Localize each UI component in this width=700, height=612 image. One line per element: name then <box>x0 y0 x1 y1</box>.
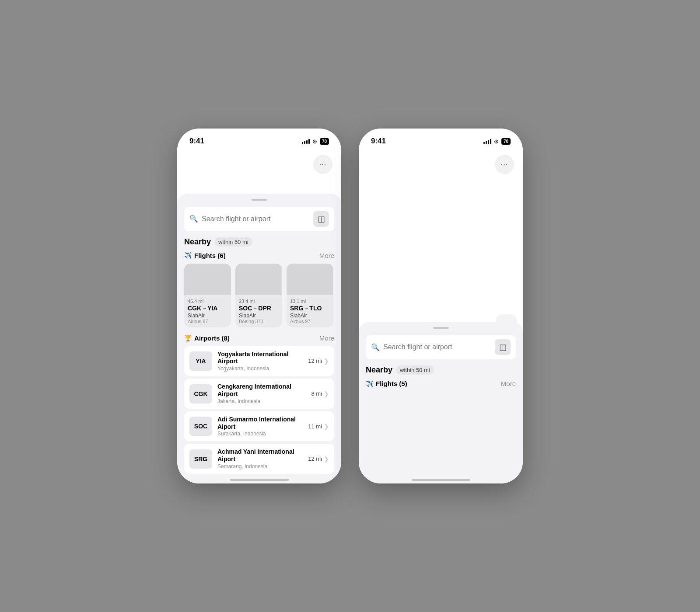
flights-section-header-2: ✈️ Flights (5) More <box>366 380 516 387</box>
flight-card-0[interactable]: 45.4 mi CGK → YIA SlabAir Airbus 97 <box>184 264 231 327</box>
bottom-sheet-2: 🔍 ◫ Nearby within 50 mi ✈️ Flights (5) M… <box>359 322 523 483</box>
airport-city-2: Surakarta, Indonesia <box>217 431 303 437</box>
airport-item-3[interactable]: SRG Achmad Yani International Aiport Sem… <box>184 444 334 474</box>
chevron-icon-3: ❯ <box>324 456 329 462</box>
airport-item-0[interactable]: YIA Yogyakarta International Airport Yog… <box>184 346 334 376</box>
airport-distance-0: 12 mi ❯ <box>308 358 329 365</box>
bottom-sheet-1: 🔍 ◫ Nearby within 50 mi ✈️ Flights (6) M… <box>177 194 341 483</box>
flights-more-btn-2[interactable]: More <box>501 380 516 387</box>
flight-distance-2: 13.1 mi <box>290 299 330 304</box>
qr-button-2[interactable]: ◫ <box>495 339 511 355</box>
search-input-2[interactable] <box>383 343 491 351</box>
chevron-icon-0: ❯ <box>324 358 329 365</box>
map-area-2[interactable] <box>359 148 523 340</box>
flight-card-img-2 <box>287 264 333 295</box>
chevron-icon-2: ❯ <box>324 423 329 430</box>
flight-airline-0: SlabAir <box>188 313 228 319</box>
airport-name-1: Cengkareng International Airport <box>217 383 306 398</box>
flight-route-0: CGK → YIA <box>188 305 228 312</box>
signal-icon-2 <box>483 139 491 144</box>
qr-button-1[interactable]: ◫ <box>313 211 329 227</box>
airport-city-0: Yogyakarta, Indonesia <box>217 365 303 372</box>
plane-icon-1: ✈️ <box>184 252 192 259</box>
airports-section-header-1: 🏆 Airports (8) More <box>184 334 334 342</box>
sheet-handle-1 <box>252 199 267 201</box>
airport-icon-1: 🏆 <box>184 334 192 341</box>
flight-distance-0: 45.4 mi <box>188 299 228 304</box>
flights-section-header-1: ✈️ Flights (6) More <box>184 252 334 259</box>
flight-card-2[interactable]: 13.1 mi SRG → TLO SlabAir Airbus 97 <box>287 264 333 327</box>
airports-section-1: 🏆 Airports (8) More YIA Yogyakarta Inter… <box>184 334 334 474</box>
phone-screen-2: 9:41 ⊛ 70 ··· ▶ ☁ <box>359 129 523 483</box>
airport-city-3: Semarang, Indonesia <box>217 463 303 469</box>
airport-name-0: Yogyakarta International Airport <box>217 351 303 365</box>
flight-route-1: SOC → DPR <box>239 305 279 312</box>
home-indicator-1 <box>230 479 289 481</box>
battery-2: 70 <box>501 138 511 145</box>
search-bar-1[interactable]: 🔍 ◫ <box>184 207 334 231</box>
flight-airline-2: SlabAir <box>290 313 330 319</box>
airports-title-1: 🏆 Airports (8) <box>184 334 230 342</box>
airports-more-btn-1[interactable]: More <box>319 334 334 342</box>
flight-card-1[interactable]: 23.4 mi SOC → DPR SlabAir Boeing 373 <box>235 264 282 327</box>
phone-screen-1: 9:41 ⊛ 70 ··· 🔍 <box>177 129 341 483</box>
flight-aircraft-1: Boeing 373 <box>239 319 279 324</box>
flight-airline-1: SlabAir <box>239 313 279 319</box>
flight-card-img-0 <box>184 264 231 295</box>
search-bar-2[interactable]: 🔍 ◫ <box>366 335 516 359</box>
plane-icon-2: ✈️ <box>366 380 373 387</box>
airport-distance-2: 11 mi ❯ <box>308 423 329 430</box>
chevron-icon-1: ❯ <box>324 390 329 397</box>
status-bar-1: 9:41 ⊛ 70 <box>177 129 341 148</box>
nearby-badge-1: within 50 mi <box>214 237 252 247</box>
search-icon-2: 🔍 <box>371 343 380 351</box>
nearby-header-2: Nearby within 50 mi <box>366 365 516 375</box>
status-time-1: 9:41 <box>189 137 204 146</box>
flights-title-2: ✈️ Flights (5) <box>366 380 407 387</box>
airport-code-0: YIA <box>189 351 212 371</box>
status-time-2: 9:41 <box>371 137 386 146</box>
flight-aircraft-2: Airbus 97 <box>290 319 330 324</box>
status-icons-2: ⊛ 70 <box>483 138 511 145</box>
status-bar-2: 9:41 ⊛ 70 <box>359 129 523 148</box>
airport-code-2: SOC <box>189 417 212 436</box>
wifi-icon-1: ⊛ <box>312 138 317 145</box>
airport-distance-1: 8 mi ❯ <box>311 390 329 397</box>
flight-cards-1: 45.4 mi CGK → YIA SlabAir Airbus 97 23.4… <box>184 264 334 327</box>
qr-icon-2: ◫ <box>499 342 507 352</box>
wifi-icon-2: ⊛ <box>494 138 499 145</box>
airport-code-3: SRG <box>189 449 212 469</box>
airport-item-2[interactable]: SOC Adi Sumarmo International Aiport Sur… <box>184 411 334 442</box>
airport-name-2: Adi Sumarmo International Aiport <box>217 416 303 431</box>
flight-distance-1: 23.4 mi <box>239 299 279 304</box>
qr-icon-1: ◫ <box>318 214 325 224</box>
status-icons-1: ⊛ 70 <box>302 138 329 145</box>
nearby-label-1: Nearby <box>184 237 211 247</box>
flight-aircraft-0: Airbus 97 <box>188 319 228 324</box>
nearby-label-2: Nearby <box>366 365 392 375</box>
airport-distance-3: 12 mi ❯ <box>308 456 329 462</box>
home-indicator-2 <box>412 479 470 481</box>
airport-name-3: Achmad Yani International Aiport <box>217 448 303 463</box>
flight-route-2: SRG → TLO <box>290 305 330 312</box>
nearby-badge-2: within 50 mi <box>396 365 434 375</box>
airport-city-1: Jakarta, Indonesia <box>217 398 306 404</box>
sheet-handle-2 <box>433 327 449 329</box>
flight-card-img-1 <box>235 264 282 295</box>
flights-more-btn-1[interactable]: More <box>319 252 334 259</box>
signal-icon-1 <box>302 139 310 144</box>
airport-item-1[interactable]: CGK Cengkareng International Airport Jak… <box>184 379 334 409</box>
more-menu-button-2[interactable]: ··· <box>495 155 514 174</box>
battery-1: 70 <box>320 138 329 145</box>
search-icon-1: 🔍 <box>189 215 198 223</box>
search-input-1[interactable] <box>202 215 310 223</box>
airport-code-1: CGK <box>189 384 212 403</box>
more-menu-button-1[interactable]: ··· <box>313 155 332 174</box>
flights-title-1: ✈️ Flights (6) <box>184 252 226 259</box>
nearby-header-1: Nearby within 50 mi <box>184 237 334 247</box>
